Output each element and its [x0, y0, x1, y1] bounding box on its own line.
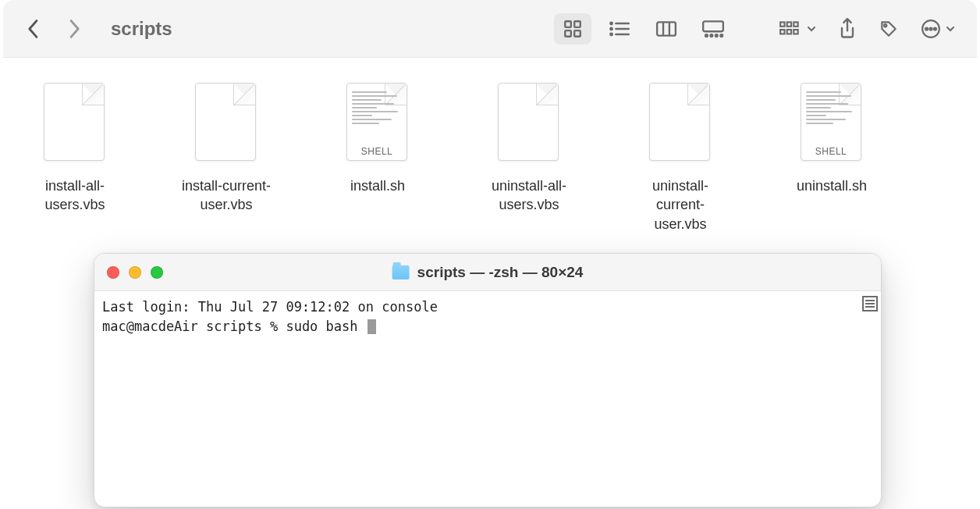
generic-file-icon	[649, 83, 712, 162]
file-label: install.sh	[350, 176, 405, 195]
file-label: uninstall.sh	[797, 176, 867, 195]
svg-point-14	[705, 34, 708, 37]
generic-file-icon	[44, 83, 106, 162]
back-button[interactable]	[25, 20, 42, 37]
svg-rect-10	[657, 22, 676, 35]
file-item[interactable]: uninstall-current-user.vbs	[634, 83, 727, 233]
file-item[interactable]: install-current-user.vbs	[179, 83, 273, 215]
file-grid: install-all-users.vbs install-current-us…	[28, 83, 952, 233]
scroll-indicator-icon	[862, 296, 878, 311]
file-label: uninstall-current-user.vbs	[634, 176, 727, 233]
terminal-body[interactable]: Last login: Thu Jul 27 09:12:02 on conso…	[94, 291, 881, 507]
nav-group	[25, 20, 83, 37]
file-item[interactable]: SHELL install.sh	[331, 83, 424, 195]
svg-rect-21	[780, 30, 784, 34]
group-by-button[interactable]	[779, 20, 816, 38]
forward-button[interactable]	[66, 20, 83, 37]
terminal-window: scripts — -zsh — 80×24 Last login: Thu J…	[94, 253, 882, 507]
svg-rect-0	[565, 21, 571, 27]
folder-icon	[392, 265, 410, 279]
svg-rect-23	[794, 30, 797, 34]
file-item[interactable]: SHELL uninstall.sh	[785, 83, 879, 195]
svg-rect-20	[794, 22, 797, 26]
shell-file-icon: SHELL	[801, 83, 863, 162]
more-actions-button[interactable]	[921, 19, 955, 39]
svg-rect-18	[780, 22, 784, 26]
svg-rect-1	[574, 21, 581, 27]
shell-file-icon: SHELL	[346, 83, 409, 162]
file-label: install-all-users.vbs	[28, 176, 122, 215]
terminal-titlebar[interactable]: scripts — -zsh — 80×24	[94, 254, 881, 291]
svg-rect-2	[565, 30, 571, 37]
icon-view-button[interactable]	[554, 13, 591, 44]
svg-rect-13	[703, 21, 723, 31]
svg-point-6	[610, 27, 612, 29]
terminal-output[interactable]: Last login: Thu Jul 27 09:12:02 on conso…	[94, 291, 881, 342]
svg-point-26	[925, 27, 928, 30]
file-item[interactable]: install-all-users.vbs	[28, 83, 122, 215]
svg-point-17	[720, 34, 723, 37]
svg-point-16	[715, 34, 718, 37]
generic-file-icon	[195, 83, 257, 162]
file-label: uninstall-all-users.vbs	[482, 176, 576, 215]
traffic-lights	[107, 266, 163, 279]
column-view-button[interactable]	[648, 13, 685, 44]
zoom-window-button[interactable]	[151, 266, 163, 279]
terminal-title-text: scripts — -zsh — 80×24	[417, 264, 584, 281]
svg-rect-3	[574, 30, 581, 37]
gallery-view-button[interactable]	[694, 13, 732, 44]
finder-title: scripts	[111, 18, 172, 40]
view-switcher	[554, 13, 732, 44]
file-item[interactable]: uninstall-all-users.vbs	[482, 83, 576, 215]
svg-rect-19	[787, 22, 791, 26]
toolbar-right-group	[779, 18, 955, 40]
svg-point-4	[610, 22, 612, 23]
close-window-button[interactable]	[107, 266, 119, 279]
minimize-window-button[interactable]	[129, 266, 141, 279]
svg-point-27	[929, 27, 932, 30]
terminal-title: scripts — -zsh — 80×24	[392, 264, 584, 281]
list-view-button[interactable]	[601, 13, 638, 44]
share-button[interactable]	[838, 18, 857, 40]
svg-rect-22	[787, 30, 791, 34]
cursor-icon	[368, 319, 376, 334]
finder-toolbar: scripts	[3, 0, 977, 58]
file-label: install-current-user.vbs	[179, 176, 273, 215]
tags-button[interactable]	[879, 19, 899, 39]
svg-point-24	[884, 24, 886, 27]
svg-point-15	[710, 34, 712, 37]
svg-point-8	[610, 33, 612, 34]
generic-file-icon	[498, 83, 560, 162]
svg-point-28	[934, 27, 936, 30]
